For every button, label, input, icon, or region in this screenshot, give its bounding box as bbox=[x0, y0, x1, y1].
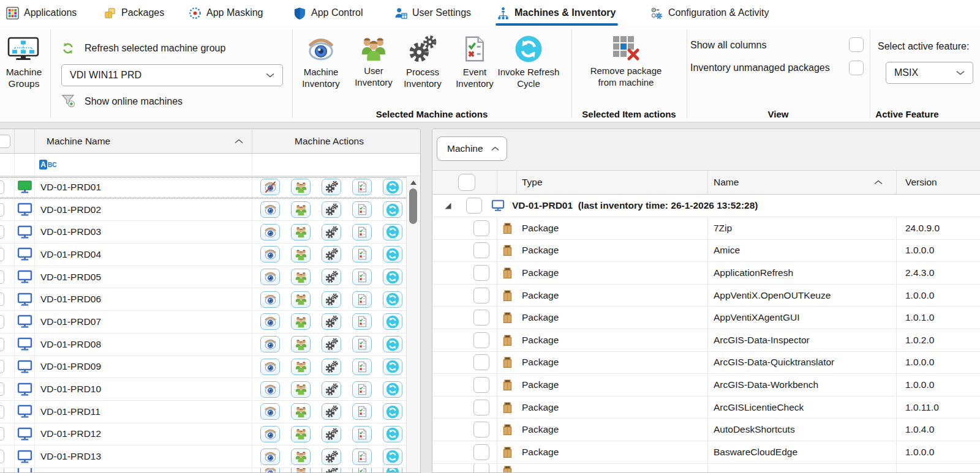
row-checkbox[interactable] bbox=[473, 354, 489, 370]
version-column-header[interactable]: Version bbox=[896, 171, 980, 194]
row-checkbox[interactable] bbox=[0, 315, 4, 329]
event-inventory-action[interactable] bbox=[352, 269, 372, 285]
machine-row[interactable]: VD-01-PRD02 bbox=[0, 199, 420, 222]
machine-inventory-action[interactable] bbox=[260, 403, 280, 420]
process-inventory-action[interactable] bbox=[322, 426, 341, 442]
row-checkbox[interactable] bbox=[473, 265, 489, 281]
process-inventory-action[interactable] bbox=[322, 246, 341, 263]
process-inventory-action[interactable] bbox=[322, 224, 341, 240]
machine-inventory-action[interactable] bbox=[260, 246, 280, 263]
machine-inventory-action[interactable] bbox=[260, 201, 280, 218]
inventory-unmanaged-packages-checkbox[interactable] bbox=[849, 61, 864, 75]
event-inventory-action[interactable] bbox=[352, 359, 372, 375]
row-checkbox[interactable] bbox=[473, 288, 489, 304]
row-checkbox[interactable] bbox=[0, 270, 4, 284]
active-feature-select[interactable]: MSIX bbox=[886, 62, 973, 84]
process-inventory-action[interactable] bbox=[322, 313, 341, 330]
row-checkbox[interactable] bbox=[473, 310, 489, 326]
machine-row[interactable]: VD-01-PRD07 bbox=[0, 311, 420, 333]
event-inventory-action[interactable] bbox=[352, 426, 372, 442]
row-checkbox[interactable] bbox=[473, 332, 489, 348]
show-all-columns-label[interactable]: Show all columns bbox=[690, 40, 767, 51]
event-inventory-action[interactable] bbox=[352, 179, 372, 195]
event-inventory-action[interactable] bbox=[352, 246, 372, 263]
machine-actions-column-header[interactable]: Machine Actions bbox=[252, 129, 406, 153]
row-checkbox[interactable] bbox=[473, 220, 489, 236]
user-inventory-action[interactable] bbox=[291, 201, 311, 218]
user-inventory-action[interactable] bbox=[291, 224, 311, 240]
row-checkbox[interactable] bbox=[0, 181, 4, 194]
machine-row[interactable]: VD-01-PRD04 bbox=[0, 244, 420, 266]
refresh-cycle-action[interactable] bbox=[383, 336, 402, 352]
package-row[interactable]: PackageArcGIS-Data-Inspector1.0.2.0 bbox=[432, 329, 980, 352]
type-column-header[interactable]: Type bbox=[516, 171, 707, 194]
row-checkbox[interactable] bbox=[0, 203, 4, 217]
process-inventory-action[interactable] bbox=[322, 381, 341, 398]
row-checkbox[interactable] bbox=[0, 292, 4, 306]
machine-row[interactable]: VD-01-PRD13 bbox=[0, 445, 420, 468]
event-inventory-action[interactable] bbox=[352, 291, 372, 308]
row-checkbox[interactable] bbox=[473, 377, 489, 393]
event-inventory-action[interactable] bbox=[352, 224, 372, 240]
row-checkbox[interactable] bbox=[0, 450, 4, 463]
process-inventory-action[interactable] bbox=[322, 336, 341, 352]
invoke-refresh-cycle-button[interactable]: Invoke Refresh Cycle bbox=[495, 35, 562, 89]
row-checkbox[interactable] bbox=[0, 225, 4, 239]
event-inventory-action[interactable] bbox=[352, 403, 372, 420]
tab-configuration-activity[interactable]: Configuration & Activity bbox=[650, 0, 769, 26]
refresh-group-icon[interactable] bbox=[61, 42, 75, 55]
user-inventory-action[interactable] bbox=[291, 179, 311, 195]
package-row[interactable]: PackageBaswareCloudEdge1.0.0.0 bbox=[432, 441, 980, 464]
machine-inventory-action[interactable] bbox=[260, 179, 280, 195]
package-row[interactable]: PackageArcGIS-Data-Quicktranslator1.0.0.… bbox=[432, 352, 980, 374]
machine-inventory-button[interactable]: Machine Inventory bbox=[295, 35, 347, 89]
inventory-unmanaged-packages-label[interactable]: Inventory unmanaged packages bbox=[690, 62, 830, 73]
user-inventory-action[interactable] bbox=[291, 246, 311, 263]
user-inventory-action[interactable] bbox=[291, 426, 311, 442]
name-column-header[interactable]: Name bbox=[707, 171, 896, 194]
process-inventory-action[interactable] bbox=[322, 359, 341, 375]
user-inventory-action[interactable] bbox=[291, 336, 311, 352]
package-row[interactable]: PackageAutoDeskShortcuts1.0.4.0 bbox=[432, 419, 980, 441]
row-checkbox[interactable] bbox=[0, 360, 4, 373]
process-inventory-action[interactable] bbox=[322, 179, 341, 195]
machine-row[interactable]: VD-01-PRD11 bbox=[0, 401, 420, 423]
group-by-machine-chip[interactable]: Machine bbox=[437, 136, 507, 161]
collapse-expander-icon[interactable] bbox=[445, 203, 451, 209]
refresh-cycle-action[interactable] bbox=[383, 381, 402, 398]
event-inventory-action[interactable] bbox=[352, 468, 372, 473]
process-inventory-button[interactable]: Process Inventory bbox=[397, 35, 448, 89]
package-row[interactable]: PackageAmice1.0.0.0 bbox=[432, 240, 980, 263]
machines-scrollbar[interactable] bbox=[406, 176, 420, 472]
user-inventory-action[interactable] bbox=[291, 269, 311, 285]
tab-applications[interactable]: Applications bbox=[6, 0, 77, 26]
package-row[interactable]: PackageArcGIS-Data-Workbench1.0.0.0 bbox=[432, 374, 980, 397]
process-inventory-action[interactable] bbox=[322, 291, 341, 308]
row-checkbox[interactable] bbox=[473, 242, 489, 258]
row-checkbox[interactable] bbox=[0, 338, 4, 351]
package-row-partial[interactable] bbox=[432, 464, 980, 473]
row-checkbox[interactable] bbox=[0, 405, 4, 419]
refresh-cycle-action[interactable] bbox=[383, 269, 402, 285]
machine-inventory-action[interactable] bbox=[260, 381, 280, 398]
refresh-cycle-action[interactable] bbox=[383, 291, 402, 308]
machine-row[interactable]: VD-01-PRD05 bbox=[0, 266, 420, 289]
process-inventory-action[interactable] bbox=[322, 449, 341, 465]
event-inventory-action[interactable] bbox=[352, 381, 372, 398]
event-inventory-action[interactable] bbox=[352, 336, 372, 352]
process-inventory-action[interactable] bbox=[322, 201, 341, 218]
online-filter-funnel-icon[interactable] bbox=[61, 94, 75, 108]
refresh-cycle-action[interactable] bbox=[383, 246, 402, 263]
machine-group-select[interactable]: VDI WIN11 PRD bbox=[61, 64, 283, 86]
machine-row[interactable]: VD-01-PRD06 bbox=[0, 288, 420, 311]
process-inventory-action[interactable] bbox=[322, 403, 341, 420]
package-row[interactable]: Package7Zip24.0.9.0 bbox=[432, 217, 980, 240]
user-inventory-action[interactable] bbox=[291, 359, 311, 375]
machine-inventory-action[interactable] bbox=[260, 359, 280, 375]
refresh-cycle-action[interactable] bbox=[383, 359, 402, 375]
tab-app-masking[interactable]: App Masking bbox=[189, 0, 263, 26]
user-inventory-action[interactable] bbox=[291, 468, 311, 473]
refresh-cycle-action[interactable] bbox=[383, 449, 402, 465]
refresh-cycle-action[interactable] bbox=[383, 313, 402, 330]
row-checkbox[interactable] bbox=[473, 400, 489, 415]
